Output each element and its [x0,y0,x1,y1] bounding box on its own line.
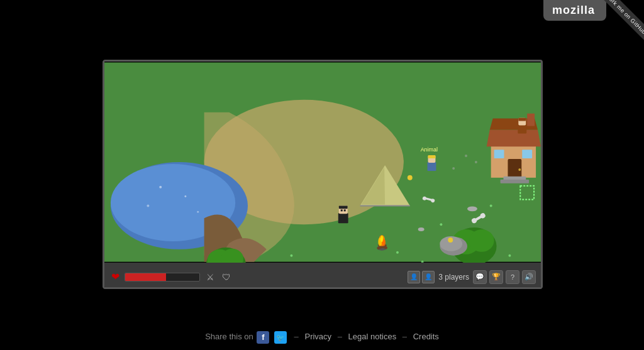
credits-link[interactable]: Credits [413,332,439,341]
svg-rect-52 [344,209,346,211]
svg-rect-50 [339,205,348,209]
svg-rect-28 [494,150,504,158]
player-icon-2: 👤 [422,271,435,283]
svg-point-80 [475,161,477,163]
svg-point-78 [452,167,455,170]
svg-point-5 [184,195,186,197]
svg-rect-29 [522,150,532,158]
fork-ribbon[interactable]: Fork me on GitHub [594,0,644,50]
svg-rect-57 [518,125,526,134]
svg-rect-56 [428,155,436,158]
svg-point-7 [197,211,199,213]
svg-point-6 [147,204,149,207]
svg-point-23 [469,229,494,252]
share-label: Share this on [205,332,253,341]
footer: Share this on f 🐦 – Privacy – Legal noti… [0,331,644,344]
hud-right-icons: 💬 🏆 ? 🔊 [473,270,536,284]
svg-point-43 [380,236,383,242]
players-area: 👤 👤 3 players [408,271,469,283]
game-hud: ❤ ⚔ 🛡 👤 👤 3 players 💬 🏆 ? 🔊 [104,263,541,289]
svg-rect-27 [508,159,521,178]
health-fill [125,273,166,281]
trophy-button[interactable]: 🏆 [489,270,503,284]
game-container: Animal [103,60,543,289]
svg-marker-25 [487,129,541,146]
svg-rect-33 [527,114,535,126]
svg-rect-51 [341,209,343,211]
svg-point-72 [396,251,399,254]
svg-point-30 [518,168,521,171]
svg-point-62 [448,238,453,243]
players-icons: 👤 👤 [408,271,435,283]
help-button[interactable]: ? [506,270,519,284]
svg-text:Animal: Animal [421,146,438,153]
heart-icon: ❤ [109,271,121,283]
svg-point-61 [408,175,413,180]
svg-point-76 [508,254,511,257]
svg-rect-54 [428,162,436,171]
svg-rect-59 [518,118,526,121]
svg-rect-32 [501,180,530,183]
svg-point-79 [465,155,467,157]
mozilla-label: mozilla [552,4,595,16]
legal-link[interactable]: Legal notices [348,332,397,341]
health-bar [125,273,200,282]
privacy-link[interactable]: Privacy [304,332,331,341]
sep-3: – [402,332,407,341]
fork-ribbon-text: Fork me on GitHub [600,0,644,41]
sep-1: – [294,332,299,341]
sep-2: – [338,332,342,341]
sound-button[interactable]: 🔊 [522,270,536,284]
chat-button[interactable]: 💬 [473,270,487,284]
sword-icon[interactable]: ⚔ [204,271,216,283]
svg-point-47 [418,227,425,231]
svg-point-46 [467,206,477,211]
svg-point-77 [290,254,292,257]
svg-point-4 [159,186,162,189]
game-canvas[interactable]: Animal [104,62,541,263]
svg-rect-48 [338,213,348,223]
twitter-button[interactable]: 🐦 [274,331,287,344]
players-count-label: 3 players [438,273,469,282]
svg-point-74 [440,223,442,226]
facebook-button[interactable]: f [257,331,269,344]
armor-icon[interactable]: 🛡 [220,271,233,283]
player-icon-1: 👤 [408,271,420,283]
svg-point-75 [490,204,492,207]
